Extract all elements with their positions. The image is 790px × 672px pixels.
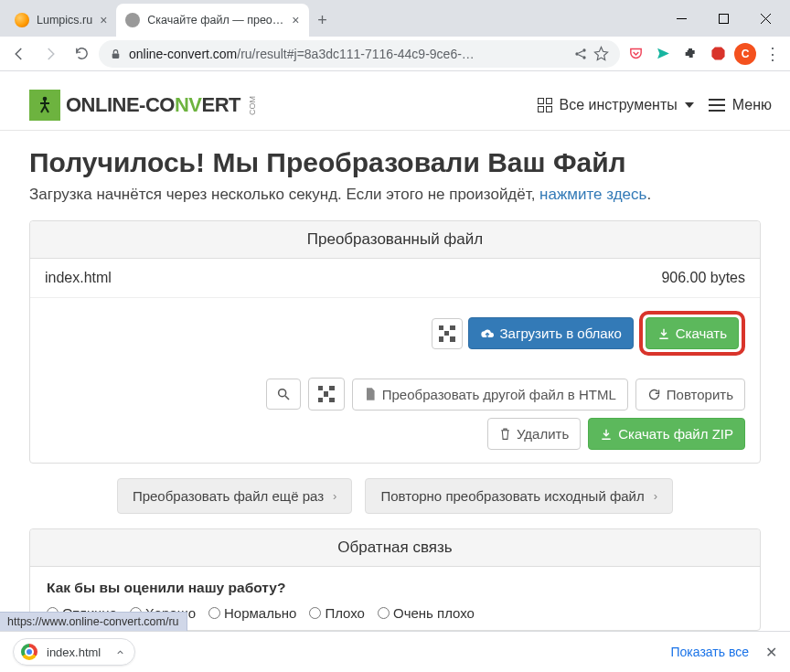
browser-menu-icon[interactable]: ⋮ bbox=[761, 42, 785, 66]
main-menu[interactable]: Меню bbox=[709, 97, 772, 113]
browser-chrome: Lumpics.ru × Скачайте файл — преобразова… bbox=[0, 0, 790, 77]
tab-lumpics[interactable]: Lumpics.ru × bbox=[5, 4, 116, 37]
grid-icon bbox=[538, 98, 552, 112]
svg-rect-4 bbox=[112, 53, 120, 58]
feedback-heading: Обратная связь bbox=[30, 529, 760, 567]
feedback-question: Как бы вы оценили нашу работу? bbox=[47, 580, 743, 596]
star-icon[interactable] bbox=[593, 46, 609, 61]
download-filename: index.html bbox=[47, 645, 101, 659]
download-item[interactable]: index.html bbox=[13, 638, 135, 666]
download-icon bbox=[600, 428, 613, 441]
minimize-button[interactable] bbox=[660, 4, 702, 33]
reconvert-source-button[interactable]: Повторно преобразовать исходный файл› bbox=[365, 478, 673, 514]
svg-point-12 bbox=[278, 389, 285, 397]
window-controls bbox=[660, 0, 790, 37]
tab-title: Скачайте файл — преобразова bbox=[147, 14, 284, 27]
send-icon[interactable] bbox=[651, 42, 675, 66]
all-tools-label: Все инструменты bbox=[560, 97, 678, 113]
file-actions-row: Загрузить в облако Скачать bbox=[30, 298, 760, 368]
svg-line-13 bbox=[285, 396, 289, 400]
new-tab-button[interactable]: + bbox=[309, 4, 336, 37]
header-nav: Все инструменты Меню bbox=[538, 97, 772, 113]
third-actions-row: Удалить Скачать файл ZIP bbox=[30, 418, 760, 463]
cloud-upload-icon bbox=[480, 327, 495, 340]
reload-button[interactable] bbox=[68, 40, 95, 68]
adblock-icon[interactable] bbox=[706, 42, 730, 66]
site-logo[interactable]: ONLINE-CONVERT COM bbox=[29, 90, 257, 121]
rating-verybad[interactable]: Очень плохо bbox=[378, 605, 475, 621]
svg-marker-10 bbox=[711, 47, 724, 59]
close-window-button[interactable] bbox=[744, 4, 786, 33]
address-row: online-convert.com/ru/result#j=8a3dc111-… bbox=[0, 37, 790, 71]
logo-com: COM bbox=[248, 96, 257, 115]
share-icon[interactable] bbox=[573, 47, 588, 61]
retry-icon bbox=[647, 388, 661, 401]
qr-code-button[interactable] bbox=[432, 318, 463, 349]
convert-again-button[interactable]: Преобразовать файл ещё раз› bbox=[117, 478, 353, 514]
address-bar[interactable]: online-convert.com/ru/result#j=8a3dc111-… bbox=[99, 40, 620, 68]
maximize-button[interactable] bbox=[702, 4, 744, 33]
title-bar: Lumpics.ru × Скачайте файл — преобразова… bbox=[0, 0, 790, 37]
page-subtitle: Загрузка начнётся через несколько секунд… bbox=[29, 186, 761, 204]
converted-file-panel: Преобразованный файл index.html 906.00 b… bbox=[29, 220, 761, 464]
tab-title: Lumpics.ru bbox=[37, 14, 92, 27]
close-tab-icon[interactable]: × bbox=[292, 13, 299, 27]
svg-rect-1 bbox=[719, 14, 728, 23]
qr-button-2[interactable] bbox=[308, 378, 345, 411]
secondary-actions-row: Преобразовать другой файл в HTML Повтори… bbox=[30, 368, 760, 418]
profile-avatar[interactable]: C bbox=[733, 42, 757, 66]
svg-point-11 bbox=[43, 97, 48, 101]
chevron-down-icon bbox=[685, 102, 694, 108]
lock-icon bbox=[110, 48, 122, 60]
convert-another-button[interactable]: Преобразовать другой файл в HTML bbox=[352, 379, 628, 411]
svg-line-8 bbox=[578, 50, 582, 53]
file-size: 906.00 bytes bbox=[661, 270, 745, 286]
menu-label: Меню bbox=[732, 97, 772, 113]
favicon-lumpics bbox=[15, 13, 29, 27]
svg-line-9 bbox=[578, 54, 582, 57]
click-here-link[interactable]: нажмите здесь bbox=[539, 186, 646, 203]
search-icon bbox=[276, 387, 291, 401]
chevron-right-icon: › bbox=[333, 489, 336, 503]
rating-bad[interactable]: Плохо bbox=[309, 605, 365, 621]
page-title: Получилось! Мы Преобразовали Ваш Файл bbox=[29, 147, 761, 178]
content-area: Получилось! Мы Преобразовали Ваш Файл За… bbox=[0, 131, 790, 631]
logo-text: ONLINE-CONVERT bbox=[66, 93, 240, 117]
download-button[interactable]: Скачать bbox=[646, 317, 739, 349]
converted-heading: Преобразованный файл bbox=[30, 221, 760, 259]
page-content: ONLINE-CONVERT COM Все инструменты Меню … bbox=[0, 77, 790, 631]
close-downloads-bar[interactable]: ✕ bbox=[765, 644, 777, 661]
chevron-up-icon[interactable] bbox=[115, 647, 125, 657]
show-all-downloads[interactable]: Показать все bbox=[671, 645, 749, 659]
delete-button[interactable]: Удалить bbox=[487, 418, 581, 450]
url-text: online-convert.com/ru/result#j=8a3dc111-… bbox=[129, 47, 566, 61]
file-row: index.html 906.00 bytes bbox=[30, 259, 760, 298]
forward-button[interactable] bbox=[37, 40, 64, 68]
all-tools-menu[interactable]: Все инструменты bbox=[538, 97, 694, 113]
chevron-right-icon: › bbox=[654, 489, 657, 503]
address-bar-right bbox=[573, 46, 609, 61]
highlight-box: Скачать bbox=[639, 311, 745, 356]
site-header: ONLINE-CONVERT COM Все инструменты Меню bbox=[0, 77, 790, 130]
favicon-onlineconvert bbox=[125, 13, 140, 27]
upload-cloud-button[interactable]: Загрузить в облако bbox=[468, 317, 634, 349]
bottom-buttons: Преобразовать файл ещё раз› Повторно пре… bbox=[29, 478, 761, 514]
tab-onlineconvert[interactable]: Скачайте файл — преобразова × bbox=[116, 4, 308, 37]
download-zip-button[interactable]: Скачать файл ZIP bbox=[588, 418, 745, 450]
qr-icon bbox=[318, 386, 335, 402]
close-tab-icon[interactable]: × bbox=[100, 13, 107, 27]
pocket-icon[interactable] bbox=[624, 42, 647, 66]
link-status-bar: https://www.online-convert.com/ru bbox=[0, 612, 187, 631]
downloads-bar: index.html Показать все ✕ bbox=[0, 631, 790, 672]
browser-tabs: Lumpics.ru × Скачайте файл — преобразова… bbox=[0, 4, 660, 37]
back-button[interactable] bbox=[5, 40, 33, 68]
trash-icon bbox=[499, 427, 511, 441]
retry-button[interactable]: Повторить bbox=[635, 379, 745, 411]
extensions-icon[interactable] bbox=[678, 42, 702, 66]
search-button[interactable] bbox=[266, 379, 301, 410]
rating-normal[interactable]: Нормально bbox=[208, 605, 296, 621]
download-icon bbox=[657, 327, 670, 340]
logo-icon bbox=[29, 90, 60, 121]
file-icon bbox=[364, 387, 377, 401]
burger-icon bbox=[709, 99, 725, 112]
